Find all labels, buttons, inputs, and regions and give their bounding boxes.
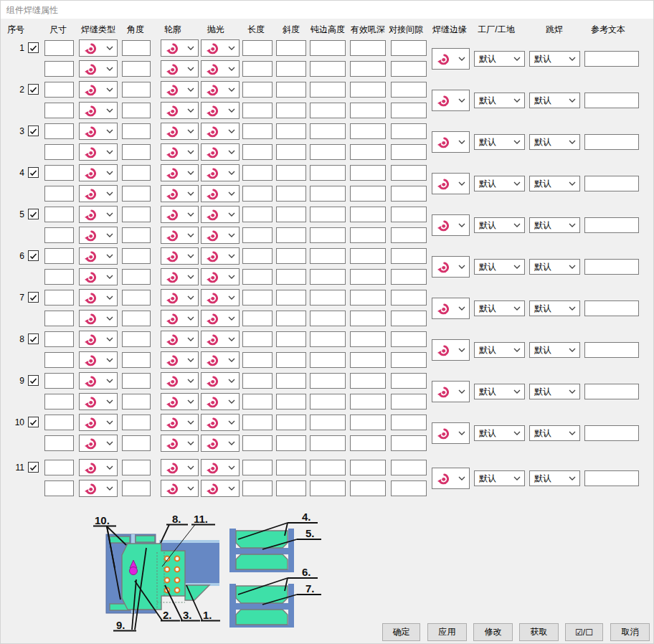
skip-weld-select[interactable]: 默认 bbox=[529, 176, 580, 191]
factory-site-select[interactable]: 默认 bbox=[474, 259, 525, 275]
throat-depth-input-below[interactable] bbox=[350, 103, 386, 118]
factory-site-select[interactable]: 默认 bbox=[474, 470, 525, 486]
root-face-input-below[interactable] bbox=[310, 144, 346, 160]
reference-text-input[interactable] bbox=[584, 300, 639, 316]
reference-text-input[interactable] bbox=[584, 176, 639, 191]
weld-type-select-below[interactable] bbox=[79, 143, 118, 161]
weld-type-select-below[interactable] bbox=[79, 480, 118, 497]
throat-depth-input-below[interactable] bbox=[350, 352, 386, 368]
contour-select-above[interactable] bbox=[161, 289, 199, 306]
contour-select-above[interactable] bbox=[161, 331, 199, 348]
angle-input-above[interactable] bbox=[122, 82, 151, 98]
angle-input-below[interactable] bbox=[122, 103, 151, 118]
polish-select-below[interactable] bbox=[201, 310, 240, 327]
pitch-input-below[interactable] bbox=[276, 435, 306, 451]
root-face-input-above[interactable] bbox=[310, 40, 346, 56]
throat-depth-input-above[interactable] bbox=[350, 40, 386, 56]
pitch-input-above[interactable] bbox=[276, 248, 306, 264]
pitch-input-above[interactable] bbox=[276, 123, 306, 139]
weld-type-select-below[interactable] bbox=[79, 351, 118, 369]
pitch-input-above[interactable] bbox=[276, 165, 306, 181]
angle-input-below[interactable] bbox=[122, 227, 151, 243]
length-input-below[interactable] bbox=[242, 394, 272, 409]
length-input-below[interactable] bbox=[242, 311, 272, 326]
root-face-input-above[interactable] bbox=[310, 290, 346, 306]
row-enabled-checkbox[interactable] bbox=[28, 250, 39, 261]
size-input-below[interactable] bbox=[44, 269, 74, 285]
root-face-input-below[interactable] bbox=[310, 61, 346, 77]
throat-depth-input-above[interactable] bbox=[350, 373, 386, 389]
reference-text-input[interactable] bbox=[584, 425, 639, 441]
factory-site-select[interactable]: 默认 bbox=[474, 93, 525, 108]
butt-gap-input-below[interactable] bbox=[391, 269, 427, 285]
root-face-input-above[interactable] bbox=[310, 331, 346, 347]
polish-select-above[interactable] bbox=[201, 459, 240, 476]
pitch-input-below[interactable] bbox=[276, 480, 306, 496]
pitch-input-below[interactable] bbox=[276, 352, 306, 368]
contour-select-above[interactable] bbox=[161, 81, 199, 98]
size-input-below[interactable] bbox=[44, 144, 74, 160]
length-input-below[interactable] bbox=[242, 269, 272, 285]
size-input-above[interactable] bbox=[44, 373, 74, 389]
contour-select-below[interactable] bbox=[161, 310, 199, 327]
pitch-input-above[interactable] bbox=[276, 415, 306, 430]
weld-type-select-below[interactable] bbox=[79, 435, 118, 452]
butt-gap-input-above[interactable] bbox=[391, 331, 427, 347]
butt-gap-input-below[interactable] bbox=[391, 394, 427, 409]
throat-depth-input-below[interactable] bbox=[350, 269, 386, 285]
root-face-input-below[interactable] bbox=[310, 352, 346, 368]
root-face-input-below[interactable] bbox=[310, 480, 346, 496]
polish-select-above[interactable] bbox=[201, 372, 240, 389]
throat-depth-input-below[interactable] bbox=[350, 311, 386, 326]
reference-text-input[interactable] bbox=[584, 342, 639, 358]
angle-input-above[interactable] bbox=[122, 290, 151, 306]
throat-depth-input-below[interactable] bbox=[350, 144, 386, 160]
contour-select-above[interactable] bbox=[161, 372, 199, 389]
size-input-below[interactable] bbox=[44, 103, 74, 118]
angle-input-below[interactable] bbox=[122, 61, 151, 77]
length-input-below[interactable] bbox=[242, 227, 272, 243]
weld-edge-select[interactable] bbox=[432, 90, 470, 111]
reference-text-input[interactable] bbox=[584, 259, 639, 275]
butt-gap-input-below[interactable] bbox=[391, 144, 427, 160]
throat-depth-input-below[interactable] bbox=[350, 435, 386, 451]
get-button[interactable]: 获取 bbox=[519, 623, 559, 641]
weld-type-select-below[interactable] bbox=[79, 310, 118, 327]
polish-select-below[interactable] bbox=[201, 351, 240, 369]
angle-input-above[interactable] bbox=[122, 40, 151, 56]
polish-select-above[interactable] bbox=[201, 289, 240, 306]
weld-edge-select[interactable] bbox=[432, 256, 470, 278]
weld-edge-select[interactable] bbox=[432, 468, 470, 489]
size-input-above[interactable] bbox=[44, 415, 74, 430]
size-input-below[interactable] bbox=[44, 311, 74, 326]
weld-edge-select[interactable] bbox=[432, 422, 470, 444]
angle-input-above[interactable] bbox=[122, 460, 151, 475]
angle-input-below[interactable] bbox=[122, 394, 151, 409]
modify-button[interactable]: 修改 bbox=[473, 623, 513, 641]
pitch-input-above[interactable] bbox=[276, 82, 306, 98]
angle-input-above[interactable] bbox=[122, 123, 151, 139]
weld-type-select-above[interactable] bbox=[79, 81, 118, 98]
angle-input-below[interactable] bbox=[122, 435, 151, 451]
throat-depth-input-above[interactable] bbox=[350, 165, 386, 181]
angle-input-below[interactable] bbox=[122, 352, 151, 368]
root-face-input-below[interactable] bbox=[310, 435, 346, 451]
polish-select-below[interactable] bbox=[201, 393, 240, 410]
angle-input-above[interactable] bbox=[122, 248, 151, 264]
butt-gap-input-below[interactable] bbox=[391, 103, 427, 118]
angle-input-below[interactable] bbox=[122, 480, 151, 496]
contour-select-above[interactable] bbox=[161, 247, 199, 265]
weld-type-select-below[interactable] bbox=[79, 393, 118, 410]
size-input-above[interactable] bbox=[44, 290, 74, 306]
root-face-input-below[interactable] bbox=[310, 227, 346, 243]
root-face-input-above[interactable] bbox=[310, 207, 346, 222]
weld-type-select-above[interactable] bbox=[79, 289, 118, 306]
angle-input-below[interactable] bbox=[122, 269, 151, 285]
pitch-input-below[interactable] bbox=[276, 103, 306, 118]
skip-weld-select[interactable]: 默认 bbox=[529, 217, 580, 233]
reference-text-input[interactable] bbox=[584, 470, 639, 486]
weld-type-select-above[interactable] bbox=[79, 206, 118, 223]
contour-select-below[interactable] bbox=[161, 185, 199, 202]
pitch-input-below[interactable] bbox=[276, 394, 306, 409]
polish-select-above[interactable] bbox=[201, 331, 240, 348]
